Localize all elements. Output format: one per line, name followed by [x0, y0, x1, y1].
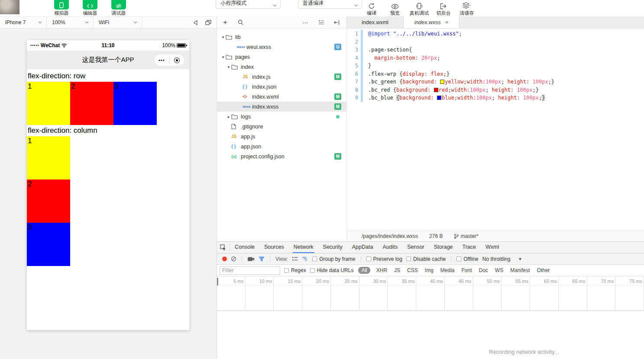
- devtools-tab-console[interactable]: Console: [234, 242, 256, 253]
- filter-type-media[interactable]: Media: [440, 267, 456, 274]
- clear-cache-button[interactable]: 清缓存: [458, 0, 476, 16]
- throttling-dropdown[interactable]: No throttling ▼: [482, 256, 522, 262]
- filter-type-doc[interactable]: Doc: [478, 267, 489, 274]
- filter-funnel-icon[interactable]: [259, 256, 265, 262]
- filter-type-ws[interactable]: WS: [494, 267, 504, 274]
- compile-mode-dropdown[interactable]: 普通编译: [298, 0, 362, 9]
- code-line[interactable]: 9.bc_blue {background: blue;width:100px;…: [347, 94, 644, 102]
- tree-item-index.wxml[interactable]: <>index.wxmlM: [217, 92, 346, 102]
- record-button[interactable]: [222, 256, 227, 261]
- network-timeline: 5 ms10 ms15 ms20 ms25 ms30 ms35 ms40 ms4…: [217, 276, 644, 311]
- chevron-right-icon[interactable]: ▸: [226, 115, 231, 119]
- devtools-tab-network[interactable]: Network: [293, 242, 314, 253]
- code-line[interactable]: 7.bc_green {background: yellow;width:100…: [347, 78, 644, 86]
- filter-type-all[interactable]: All: [358, 267, 370, 274]
- line-number: 6: [347, 70, 361, 78]
- clear-button[interactable]: [231, 256, 236, 262]
- code-line[interactable]: 5}: [347, 62, 644, 70]
- devtools-tab-sensor[interactable]: Sensor: [406, 242, 425, 253]
- tree-item-app.js[interactable]: JSapp.js: [217, 131, 346, 141]
- add-file-icon[interactable]: +: [223, 19, 227, 26]
- simulator-toggle-button[interactable]: 模拟器: [52, 0, 71, 16]
- collapse-panel-icon[interactable]: [334, 20, 340, 25]
- close-miniprogram-button[interactable]: [170, 58, 185, 63]
- line-number: 5: [347, 62, 361, 70]
- timeline-grip[interactable]: [217, 278, 218, 285]
- debugger-toggle-button[interactable]: 调试器: [109, 0, 128, 16]
- code-line[interactable]: 4 margin-bottom: 20rpx;: [347, 54, 644, 62]
- menu-button[interactable]: •••: [154, 58, 169, 63]
- device-dropdown[interactable]: iPhone 7: [0, 17, 47, 28]
- search-icon[interactable]: [238, 19, 243, 25]
- regex-checkbox[interactable]: Regex: [284, 267, 306, 273]
- chevron-down-icon[interactable]: ▾: [220, 35, 226, 39]
- filter-type-img[interactable]: Img: [424, 267, 434, 274]
- devtools-tab-storage[interactable]: Storage: [433, 242, 454, 253]
- close-icon[interactable]: ×: [445, 19, 449, 26]
- preserve-log-checkbox[interactable]: Preserve log: [366, 256, 402, 262]
- tree-item-app.json[interactable]: { }app.json: [217, 141, 346, 151]
- disable-cache-checkbox[interactable]: Disable cache: [406, 256, 446, 262]
- filter-input[interactable]: [220, 266, 280, 275]
- hide-data-urls-checkbox[interactable]: Hide data URLs: [310, 267, 354, 273]
- file-path-label: /pages/index/index.wxss: [362, 233, 418, 239]
- remote-debug-button[interactable]: 真机调试: [410, 0, 429, 16]
- network-dropdown[interactable]: WiFi: [94, 17, 142, 28]
- timeline-column: 20 ms: [302, 276, 331, 311]
- devtools-tab-security[interactable]: Security: [322, 242, 343, 253]
- filter-type-font[interactable]: Font: [461, 267, 473, 274]
- tree-item-index.json[interactable]: { }index.json: [217, 82, 346, 92]
- avatar[interactable]: [0, 0, 19, 14]
- more-options-icon[interactable]: ⋯: [302, 19, 309, 26]
- devtools-tab-appdata[interactable]: AppData: [351, 242, 374, 253]
- tree-item-pages[interactable]: ▾pages: [217, 52, 346, 62]
- mode-dropdown[interactable]: 小程序模式: [216, 0, 281, 9]
- code-line[interactable]: 6.flex-wrp {display: flex;}: [347, 70, 644, 78]
- filter-type-manifest[interactable]: Manifest: [509, 267, 531, 274]
- filter-type-css[interactable]: CSS: [406, 267, 419, 274]
- compile-button[interactable]: 编译: [363, 0, 380, 16]
- devtools-tab-sources[interactable]: Sources: [263, 242, 285, 253]
- tree-item-project.config.json[interactable]: {o}project.config.jsonM: [217, 151, 346, 161]
- view-list-icon[interactable]: [292, 256, 298, 261]
- devtools-tab-trace[interactable]: Trace: [462, 242, 477, 253]
- group-by-frame-checkbox[interactable]: Group by frame: [312, 256, 355, 262]
- tree-item-weui.wxss[interactable]: wxssweui.wxssU: [217, 42, 346, 52]
- devtools-tab-audits[interactable]: Audits: [382, 242, 398, 253]
- switch-background-button[interactable]: 切后台: [435, 0, 452, 16]
- color-swatch-icon: [434, 88, 438, 92]
- chevron-down-icon[interactable]: ▾: [226, 65, 231, 69]
- tree-item-logs[interactable]: ▸logs: [217, 112, 346, 122]
- tab-index-wxss[interactable]: index.wxss ×: [403, 16, 460, 28]
- chevron-down-icon[interactable]: ▾: [220, 55, 226, 59]
- view-waterfall-icon[interactable]: [302, 256, 308, 261]
- tab-index-wxml[interactable]: index.wxml: [347, 16, 403, 28]
- devtools-tab-wxml[interactable]: Wxml: [485, 242, 500, 253]
- filter-type-other[interactable]: Other: [536, 267, 551, 274]
- timeline-column: 50 ms: [473, 276, 502, 311]
- code-line[interactable]: 1@import "../../lib/weui.wxss";: [347, 30, 644, 38]
- float-window-icon[interactable]: [205, 20, 211, 25]
- code-line[interactable]: 8.bc_red {background: red;width:100px; h…: [347, 86, 644, 94]
- editor-toggle-button[interactable]: 编辑器: [81, 0, 100, 16]
- screenshot-camera-icon[interactable]: [247, 256, 255, 262]
- filter-type-xhr[interactable]: XHR: [375, 267, 388, 274]
- code-line[interactable]: 2: [347, 38, 644, 46]
- tree-item-index.wxss[interactable]: wxssindex.wxssM: [217, 102, 346, 112]
- tree-item-lib[interactable]: ▾lib: [217, 32, 346, 42]
- mute-icon[interactable]: [194, 20, 199, 26]
- filter-type-js[interactable]: JS: [393, 267, 401, 274]
- code-area[interactable]: 1@import "../../lib/weui.wxss";23.page-s…: [347, 29, 644, 231]
- zoom-dropdown[interactable]: 100%: [47, 17, 94, 28]
- timeline-tick-label: 70 ms: [587, 276, 615, 285]
- git-branch-chip[interactable]: master*: [454, 233, 478, 239]
- tree-item-index.js[interactable]: JSindex.jsM: [217, 72, 346, 82]
- view-label: View:: [275, 256, 288, 262]
- code-line[interactable]: 3.page-section{: [347, 46, 644, 54]
- tree-item-.gitignore[interactable]: .gitignore: [217, 122, 346, 131]
- outline-icon[interactable]: [318, 20, 324, 25]
- offline-checkbox[interactable]: Offline: [456, 256, 478, 262]
- inspect-element-icon[interactable]: [217, 244, 230, 251]
- preview-button[interactable]: 预览: [386, 0, 404, 16]
- tree-item-index[interactable]: ▾index: [217, 62, 346, 72]
